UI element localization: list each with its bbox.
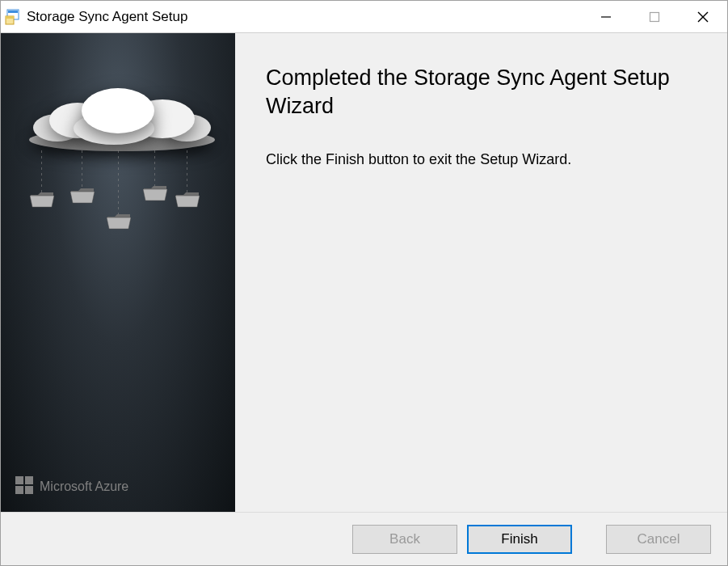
svg-rect-11 — [25, 486, 33, 494]
windows-logo-icon — [15, 476, 33, 497]
svg-rect-9 — [25, 476, 33, 484]
cloud-illustration — [1, 33, 235, 243]
content-area: Microsoft Azure Completed the Storage Sy… — [1, 33, 727, 512]
folder-icon — [30, 191, 54, 209]
svg-rect-8 — [15, 476, 23, 484]
close-button[interactable] — [679, 1, 727, 32]
window-title: Storage Sync Agent Setup — [27, 9, 582, 25]
titlebar: Storage Sync Agent Setup — [1, 1, 727, 33]
maximize-button — [630, 1, 679, 32]
folder-icon — [175, 191, 200, 209]
azure-brand: Microsoft Azure — [15, 476, 128, 497]
minimize-button[interactable] — [582, 1, 630, 32]
folder-icon — [70, 187, 95, 205]
installer-window: Storage Sync Agent Setup — [0, 0, 728, 566]
svg-rect-3 — [6, 16, 14, 19]
folder-icon — [107, 213, 131, 230]
finish-button[interactable]: Finish — [467, 525, 572, 554]
instruction-text: Click the Finish button to exit the Setu… — [266, 151, 695, 168]
cancel-button: Cancel — [606, 525, 711, 554]
window-controls — [582, 1, 727, 32]
sync-line-icon — [118, 150, 119, 219]
svg-rect-5 — [650, 12, 659, 21]
folder-icon — [143, 184, 167, 202]
cloud-icon — [17, 82, 219, 154]
installer-icon — [4, 8, 22, 26]
azure-brand-label: Microsoft Azure — [40, 479, 128, 494]
page-heading: Completed the Storage Sync Agent Setup W… — [266, 64, 695, 120]
main-panel: Completed the Storage Sync Agent Setup W… — [235, 33, 727, 512]
sidebar-graphic: Microsoft Azure — [1, 33, 235, 512]
svg-rect-1 — [8, 11, 18, 13]
back-button: Back — [352, 525, 457, 554]
button-bar: Back Finish Cancel — [1, 512, 727, 565]
svg-rect-10 — [15, 486, 23, 494]
